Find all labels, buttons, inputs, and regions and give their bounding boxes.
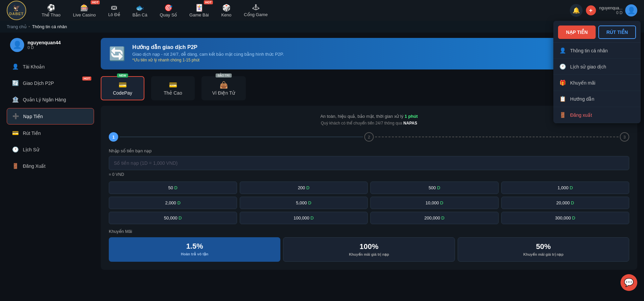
sidebar-giao-dich-p2p-label: Giao Dịch P2P [23,81,54,86]
amount-1000[interactable]: 1,000 D [501,182,630,194]
dropdown-khuyen-mai-label: Khuyến mãi [570,80,595,86]
dropdown-dang-xuat-label: Đăng xuất [570,112,592,118]
rut-tien-sidebar-icon: 💳 [12,130,19,136]
giao-dich-p2p-icon: 🔄 [12,80,19,86]
add-button[interactable]: + [586,5,596,15]
promo-1.5[interactable]: 1.5% Hoàn trả vô tận [109,237,280,262]
amount-100000[interactable]: 100,000 D [240,212,368,224]
dropdown-huong-dan-label: Hướng dẫn [570,96,594,102]
amount-300000[interactable]: 300,000 D [501,212,630,224]
notification-bell[interactable]: 🔔 [570,4,583,17]
khuyen-mai-icon: 🎁 [559,80,566,86]
tab-vi-dien-tu[interactable]: BẢO TRÌ 👜 Ví Điện Tử [201,76,246,100]
dropdown-lich-su[interactable]: 🕐 Lịch sử giao dịch [553,59,641,75]
the-thao-icon: ⚽ [47,4,55,12]
promo-label: Khuyến Mãi [109,229,629,234]
amount-grid: 50 D 200 D 500 D 1,000 D 2,000 D 5,000 D… [109,182,629,224]
nap-tien-sidebar-icon: ➕ [12,113,19,119]
amount-10000[interactable]: 10,000 D [370,197,499,209]
step-1: 1 [109,132,118,142]
nav-keno[interactable]: 🎲 Keno [216,1,237,20]
amount-50000[interactable]: 50,000 D [109,212,237,224]
brand-name: DABET [9,12,24,16]
promo-grid: 1.5% Hoàn trả vô tận 100% Khuyến mãi giá… [109,237,629,262]
amount-5000[interactable]: 5,000 D [240,197,368,209]
sidebar-rut-tien[interactable]: 💳 Rút Tiền [7,125,94,141]
dropdown-huong-dan[interactable]: 📋 Hướng dẫn [553,91,641,107]
banner-desc2: *Ưu tiên xử lý nhanh chóng 1-15 phút [132,58,284,62]
chat-bubble[interactable]: 💬 [620,274,637,291]
codepay-icon: 💳 [119,81,127,89]
banner-icon: 🔄 [109,46,126,62]
dropdown-khuyen-mai[interactable]: 🎁 Khuyến mãi [553,75,641,91]
breadcrumb-current: Thông tin cá nhân [32,24,67,29]
sidebar-username: nguyenquan44 [28,40,61,45]
amount-500[interactable]: 500 D [370,182,499,194]
sidebar-tai-khoan-label: Tài Khoản [23,64,45,69]
nav-quay-so[interactable]: 🎯 Quay Số [154,1,182,20]
amount-200[interactable]: 200 D [240,182,368,194]
ban-ca-icon: 🐟 [136,4,144,12]
sidebar-dang-xuat-label: Đăng Xuất [23,163,45,169]
nav-game-bai-label: Game Bài [189,12,209,17]
nav-live-casino[interactable]: HOT 🎰 Live Casino [67,1,101,20]
amount-input[interactable] [109,156,629,170]
nav-game-bai[interactable]: HOT 🃏 Game Bài [184,1,214,20]
amount-20000[interactable]: 20,000 D [501,197,630,209]
sidebar-rut-tien-label: Rút Tiền [23,131,41,136]
amount-50-value: 50 [168,185,173,190]
rut-tien-dropdown-button[interactable]: RÚT TIỀN [598,26,636,39]
promo-50-pct: 50% [461,242,626,251]
amount-2000[interactable]: 2,000 D [109,197,237,209]
dropdown-thong-tin[interactable]: 👤 Thông tin cá nhân [553,43,641,59]
sidebar-dang-xuat[interactable]: 🚪 Đăng Xuất [7,158,94,174]
promo-50-desc: Khuyến mãi giá trị nạp [461,252,626,257]
nav-quay-so-label: Quay Số [160,12,177,17]
tai-khoan-icon: 👤 [12,63,19,70]
user-info-header[interactable]: nguyenqua... 0 D 👤 [599,4,637,16]
sidebar-giao-dich-p2p[interactable]: HOT 🔄 Giao Dịch P2P [7,75,94,91]
header-username: nguyenqua... [599,6,623,10]
breadcrumb-sep: • [29,24,30,29]
nav-lo-de[interactable]: 🎟 Lô Đề [103,1,125,20]
nav-ban-ca-label: Bắn Cá [133,12,147,17]
amount-50[interactable]: 50 D [109,182,237,194]
nav-cong-game[interactable]: 🕹 Cổng Game [238,1,273,20]
tab-codepay[interactable]: NEW 💳 CodePay [101,76,144,100]
step-2: 2 [364,132,374,142]
sidebar-nap-tien[interactable]: ➕ Nạp Tiền [7,108,94,124]
sidebar-quan-ly-ngan-hang[interactable]: 🏦 Quản Lý Ngân Hàng [7,92,94,107]
promo-50[interactable]: 50% Khuyến mãi giá trị nạp [458,237,629,262]
sidebar-tai-khoan[interactable]: 👤 Tài Khoản [7,59,94,74]
nav-live-casino-label: Live Casino [73,12,96,17]
nav-cong-game-label: Cổng Game [244,12,268,17]
nav-ban-ca[interactable]: 🐟 Bắn Cá [127,1,153,20]
step-line-1-2 [120,137,363,137]
header: 🦅 DABET ⚽ Thể Thao HOT 🎰 Live Casino 🎟 L… [0,0,644,21]
hot-badge-p2p: HOT [82,77,91,81]
tab-the-cao-label: Thẻ Cao [164,90,182,96]
step-3: 3 [620,132,629,142]
sidebar: 👤 nguyenquan44 0 D 👤 Tài Khoản HOT 🔄 Gia… [7,33,94,293]
equiv-text: = 0 VND [109,172,629,177]
form-subtext: Quý khách có thể chuyển tiền 24/7 thông … [109,121,629,126]
dropdown-thong-tin-label: Thông tin cá nhân [570,48,608,53]
lich-su-sidebar-icon: 🕐 [12,146,19,153]
header-balance: 0 D [599,10,623,15]
amount-200000[interactable]: 200,000 D [370,212,499,224]
promo-1.5-pct: 1.5% [112,242,277,251]
nav-the-thao[interactable]: ⚽ Thể Thao [36,1,66,20]
steps-row: 1 2 3 [109,132,629,142]
breadcrumb-home[interactable]: Trang chủ [7,24,27,29]
sidebar-lich-su-label: Lịch Sử [23,147,39,152]
tab-the-cao[interactable]: 💳 Thẻ Cao [151,76,195,100]
main-nav: ⚽ Thể Thao HOT 🎰 Live Casino 🎟 Lô Đề 🐟 B… [36,1,570,20]
nap-tien-dropdown-button[interactable]: NẠP TIỀN [558,26,596,39]
dropdown-dang-xuat[interactable]: 🚪 Đăng xuất [553,107,641,123]
sidebar-balance: 0 D [28,45,61,50]
promo-100[interactable]: 100% Khuyến mãi giá trị nạp [283,237,455,262]
logo[interactable]: 🦅 DABET [7,1,26,20]
breadcrumb: Trang chủ • Thông tin cá nhân [0,21,644,33]
huong-dan-icon: 📋 [559,96,566,102]
sidebar-lich-su[interactable]: 🕐 Lịch Sử [7,142,94,157]
